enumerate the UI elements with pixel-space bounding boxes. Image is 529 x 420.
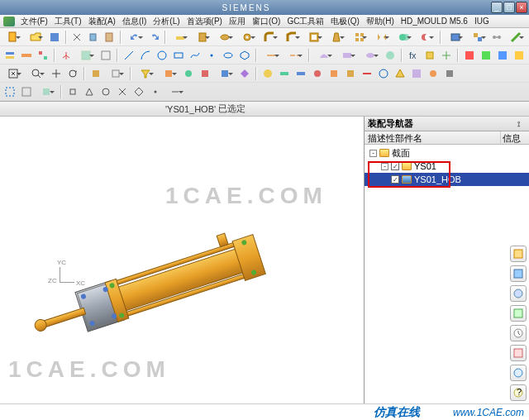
color4-button[interactable] bbox=[512, 48, 527, 63]
nav-col-partname[interactable]: 描述性部件名 bbox=[365, 131, 501, 144]
assembly-button[interactable] bbox=[467, 30, 488, 45]
rb-help-button[interactable]: ? bbox=[510, 384, 527, 401]
chamfer-button[interactable] bbox=[282, 30, 303, 45]
sel-filter6-button[interactable] bbox=[237, 66, 252, 81]
misc12-button[interactable] bbox=[442, 66, 457, 81]
surf3-button[interactable] bbox=[360, 48, 381, 63]
constraint-button[interactable] bbox=[490, 30, 504, 45]
misc5-button[interactable] bbox=[326, 66, 341, 81]
window-maximize-button[interactable]: □ bbox=[503, 2, 515, 13]
menu-electrode[interactable]: 电极(Q) bbox=[328, 15, 361, 28]
layer-button[interactable] bbox=[2, 48, 17, 63]
model-cylinder[interactable] bbox=[8, 208, 273, 373]
snap-end-button[interactable] bbox=[65, 84, 80, 99]
snap-quad-button[interactable] bbox=[131, 84, 146, 99]
misc7-button[interactable] bbox=[360, 66, 374, 81]
menu-assembly[interactable]: 装配(A) bbox=[86, 15, 118, 28]
pattern-button[interactable] bbox=[349, 30, 369, 45]
menu-preferences[interactable]: 首选项(P) bbox=[184, 15, 225, 28]
style-wire-button[interactable] bbox=[105, 66, 126, 81]
tree-row-ys01-hob[interactable]: ✓ YS01_HOB bbox=[365, 173, 529, 186]
misc11-button[interactable] bbox=[426, 66, 441, 81]
undo-button[interactable] bbox=[125, 30, 145, 45]
save-button[interactable] bbox=[47, 30, 61, 45]
sel-scope-button[interactable] bbox=[36, 84, 57, 99]
shell-button[interactable] bbox=[304, 30, 325, 45]
menu-application[interactable]: 应用 bbox=[226, 15, 248, 28]
tree-row-sections[interactable]: - 截面 bbox=[365, 146, 529, 160]
line-button[interactable] bbox=[122, 48, 136, 63]
sel-all-button[interactable] bbox=[2, 84, 17, 99]
graphics-viewport[interactable]: 1CAE.COM 1CAE.COM bbox=[0, 117, 364, 414]
display-button[interactable] bbox=[75, 48, 97, 63]
fillet-button[interactable] bbox=[260, 30, 280, 45]
window-minimize-button[interactable]: _ bbox=[491, 2, 503, 13]
sketch-button[interactable] bbox=[169, 30, 190, 45]
point-button[interactable] bbox=[204, 48, 219, 63]
rb-hist-button[interactable] bbox=[510, 325, 527, 341]
menu-info[interactable]: 信息(I) bbox=[120, 15, 149, 28]
layer-vis-button[interactable] bbox=[36, 48, 50, 63]
paste-button[interactable] bbox=[102, 30, 116, 45]
redo-button[interactable] bbox=[147, 30, 161, 45]
window-close-button[interactable]: × bbox=[516, 2, 527, 13]
curve-trim-button[interactable] bbox=[260, 48, 282, 63]
view-rotate-button[interactable] bbox=[65, 66, 80, 81]
checkbox-icon[interactable]: ✓ bbox=[391, 175, 399, 184]
circle-button[interactable] bbox=[155, 48, 169, 63]
new-file-button[interactable] bbox=[2, 30, 23, 45]
wireframe-button[interactable] bbox=[98, 48, 113, 63]
datum-button[interactable] bbox=[422, 48, 437, 63]
ellipse-button[interactable] bbox=[221, 48, 236, 63]
menu-help[interactable]: 帮助(H) bbox=[364, 15, 397, 28]
poly-button[interactable] bbox=[237, 48, 252, 63]
hole-button[interactable] bbox=[237, 30, 258, 45]
subtract-button[interactable] bbox=[416, 30, 436, 45]
snap-ctr-button[interactable] bbox=[98, 84, 113, 99]
menu-iug[interactable]: IUG bbox=[472, 16, 492, 26]
sel-filter2-button[interactable] bbox=[158, 66, 179, 81]
copy-button[interactable] bbox=[86, 30, 100, 45]
rb-role-button[interactable] bbox=[510, 345, 527, 361]
sel-filter5-button[interactable] bbox=[214, 66, 236, 81]
rect-button[interactable] bbox=[171, 48, 186, 63]
menu-window[interactable]: 窗口(O) bbox=[250, 15, 283, 28]
curve-ext-button[interactable] bbox=[284, 48, 305, 63]
misc6-button[interactable] bbox=[343, 66, 358, 81]
revolve-button[interactable] bbox=[214, 30, 235, 45]
misc4-button[interactable] bbox=[310, 66, 325, 81]
rb-nav-button[interactable] bbox=[510, 246, 527, 262]
color1-button[interactable] bbox=[462, 48, 477, 63]
draft-button[interactable] bbox=[326, 30, 347, 45]
misc1-button[interactable] bbox=[260, 66, 275, 81]
nav-tree[interactable]: - 截面 -✓ YS01 ✓ YS01_HOB bbox=[365, 145, 529, 414]
surf1-button[interactable] bbox=[313, 48, 335, 63]
cut-button[interactable] bbox=[70, 30, 84, 45]
measure-button[interactable] bbox=[506, 30, 527, 45]
unite-button[interactable] bbox=[393, 30, 414, 45]
misc10-button[interactable] bbox=[409, 66, 424, 81]
snap-mid-button[interactable] bbox=[82, 84, 97, 99]
menu-gc-toolbox[interactable]: GC工具箱 bbox=[284, 15, 326, 28]
rb-part-button[interactable] bbox=[510, 265, 527, 282]
snap-pt-button[interactable] bbox=[148, 84, 163, 99]
view-pan-button[interactable] bbox=[49, 66, 64, 81]
rb-ie-button[interactable] bbox=[510, 365, 527, 381]
menu-tools[interactable]: 工具(T) bbox=[52, 15, 84, 28]
style-shaded-button[interactable] bbox=[88, 66, 103, 81]
nav-col-info[interactable]: 信息 bbox=[501, 131, 529, 144]
surf2-button[interactable] bbox=[336, 48, 358, 63]
misc9-button[interactable] bbox=[393, 66, 407, 81]
pin-icon[interactable]: ⟟ bbox=[517, 120, 526, 128]
view-zoom-button[interactable] bbox=[26, 66, 47, 81]
snap-int-button[interactable] bbox=[115, 84, 130, 99]
sel-none-button[interactable] bbox=[19, 84, 34, 99]
tree-row-ys01[interactable]: -✓ YS01 bbox=[365, 160, 529, 173]
extrude-button[interactable] bbox=[192, 30, 212, 45]
misc2-button[interactable] bbox=[277, 66, 292, 81]
misc3-button[interactable] bbox=[293, 66, 308, 81]
rb-const-button[interactable] bbox=[510, 285, 527, 302]
wave-button[interactable] bbox=[445, 30, 465, 45]
color3-button[interactable] bbox=[495, 48, 510, 63]
snap-more-button[interactable] bbox=[164, 84, 186, 99]
